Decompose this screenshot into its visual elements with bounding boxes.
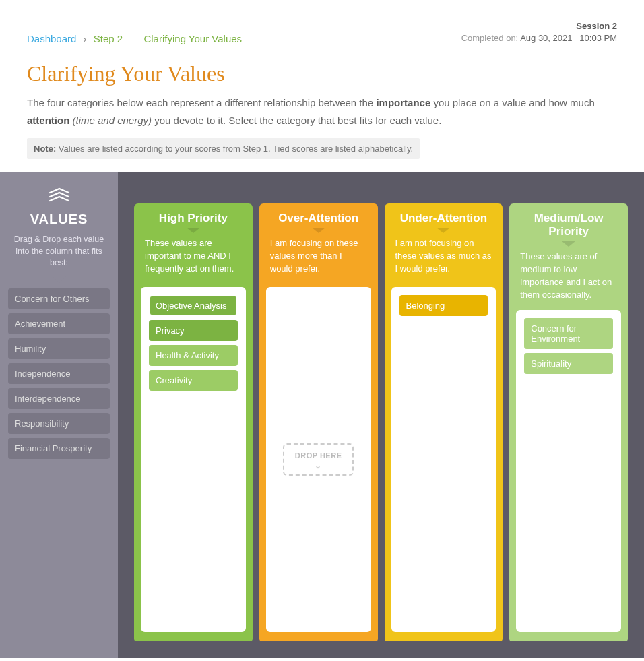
value-chip[interactable]: Spirituality [524,353,613,374]
value-chip[interactable]: Belonging [399,295,488,316]
column-description: These values are important to me AND I f… [141,236,246,287]
intro-post: you devote to it. Select the category th… [152,115,441,126]
sidebar-value-item[interactable]: Humility [8,338,110,359]
intro-strong-attention: attention [27,115,69,126]
intro-text: The four categories below each represent… [27,94,617,129]
column-orange: Over-AttentionI am focusing on these val… [259,203,378,641]
column-dropzone[interactable]: DROP HERE⌄ [266,287,371,632]
sidebar-instruction: Drag & Drop each value into the column t… [8,234,110,270]
values-sidebar: VALUES Drag & Drop each value into the c… [0,172,118,658]
sidebar-value-item[interactable]: Concern for Others [8,288,110,309]
column-title: Under-Attention [391,203,496,236]
column-title: Medium/Low Priority [516,203,621,249]
column-lgreen: Medium/Low PriorityThese values are of m… [509,203,628,641]
value-chip[interactable]: Objective Analysis [149,295,238,316]
value-chip[interactable]: Health & Activity [149,345,238,366]
note-box: Note: Values are listed according to you… [27,138,420,159]
sidebar-value-item[interactable]: Financial Prosperity [8,438,110,459]
session-meta: Session 2 Completed on: Aug 30, 2021 10:… [461,20,617,44]
intro-strong-importance: importance [376,97,430,108]
intro-pre: The four categories below each represent… [27,97,376,108]
value-chip[interactable]: Creativity [149,370,238,391]
values-logo-icon [46,186,73,206]
column-dropzone[interactable]: Concern for EnvironmentSpirituality [516,310,621,633]
completed-label: Completed on: [461,33,519,43]
column-dropzone[interactable]: Belonging [391,287,496,632]
intro-italic: (time and energy) [69,115,152,126]
value-chip[interactable]: Privacy [149,320,238,341]
intro-mid: you place on a value and how much [430,97,595,108]
breadcrumb-separator: › [84,33,87,44]
sidebar-value-item[interactable]: Interdependence [8,388,110,409]
breadcrumb: Dashboard › Step 2 — Clarifying Your Val… [27,33,242,44]
breadcrumb-dashboard-link[interactable]: Dashboard [27,33,76,44]
breadcrumb-step: Step 2 [94,33,123,44]
sidebar-value-item[interactable]: Responsibility [8,413,110,434]
column-yellow: Under-AttentionI am not focusing on thes… [385,203,503,641]
divider [27,49,617,49]
sidebar-value-item[interactable]: Independence [8,363,110,384]
column-dropzone[interactable]: Objective AnalysisPrivacyHealth & Activi… [141,287,246,632]
completed-time: 10:03 PM [579,33,617,43]
breadcrumb-title: Clarifying Your Values [143,33,242,44]
note-text: Values are listed according to your scor… [56,144,413,154]
session-label: Session 2 [461,20,617,32]
column-description: I am focusing on these values more than … [266,236,371,287]
values-heading: VALUES [8,212,110,227]
note-label: Note: [34,144,56,154]
column-green: High PriorityThese values are important … [134,203,253,641]
value-chip[interactable]: Concern for Environment [524,318,613,349]
drop-here-placeholder[interactable]: DROP HERE⌄ [283,443,354,476]
completed-date: Aug 30, 2021 [520,33,572,43]
column-description: I am not focusing on these values as muc… [391,236,496,287]
column-title: High Priority [141,203,246,236]
chevron-down-icon: ⌄ [295,461,342,470]
page-title: Clarifying Your Values [27,61,617,86]
sidebar-value-item[interactable]: Achievement [8,313,110,334]
column-title: Over-Attention [266,203,371,236]
sidebar-pointer-icon [53,276,66,283]
column-description: These values are of medium to low import… [516,249,621,309]
breadcrumb-dash: — [128,33,138,44]
